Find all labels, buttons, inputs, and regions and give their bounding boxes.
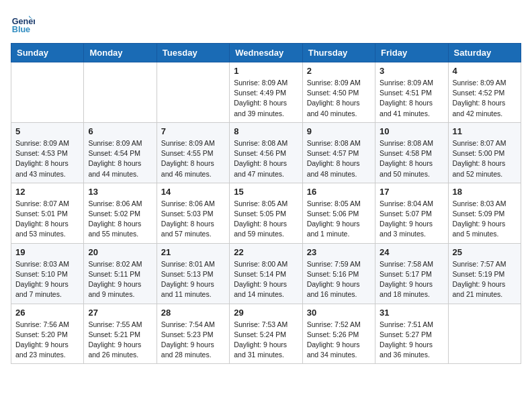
day-info: Sunrise: 7:56 AM Sunset: 5:20 PM Dayligh… [15,320,79,361]
day-number: 20 [88,247,152,257]
day-info: Sunrise: 8:08 AM Sunset: 4:57 PM Dayligh… [307,138,371,179]
calendar-cell: 25Sunrise: 7:57 AM Sunset: 5:19 PM Dayli… [448,243,521,304]
day-info: Sunrise: 8:04 AM Sunset: 5:07 PM Dayligh… [380,199,443,240]
calendar-week-row: 12Sunrise: 8:07 AM Sunset: 5:01 PM Dayli… [11,183,521,243]
day-info: Sunrise: 8:06 AM Sunset: 5:03 PM Dayligh… [161,199,225,240]
weekday-header-thursday: Thursday [302,44,375,62]
day-number: 13 [88,187,152,197]
day-info: Sunrise: 8:03 AM Sunset: 5:10 PM Dayligh… [15,259,79,300]
weekday-header-row: SundayMondayTuesdayWednesdayThursdayFrid… [11,44,521,62]
calendar-cell: 29Sunrise: 7:53 AM Sunset: 5:24 PM Dayli… [230,304,302,364]
day-number: 12 [15,187,79,197]
day-info: Sunrise: 8:09 AM Sunset: 4:49 PM Dayligh… [234,78,298,119]
page-header: General Blue [11,11,521,35]
day-number: 24 [380,247,443,257]
day-info: Sunrise: 8:09 AM Sunset: 4:52 PM Dayligh… [453,78,517,119]
calendar-cell [157,62,229,123]
weekday-header-friday: Friday [375,44,448,62]
weekday-header-wednesday: Wednesday [230,44,302,62]
day-info: Sunrise: 8:08 AM Sunset: 4:58 PM Dayligh… [380,138,443,179]
day-number: 15 [234,187,298,197]
logo: General Blue [11,11,35,35]
day-info: Sunrise: 8:05 AM Sunset: 5:06 PM Dayligh… [307,199,371,240]
day-info: Sunrise: 7:58 AM Sunset: 5:17 PM Dayligh… [380,259,443,300]
day-info: Sunrise: 7:59 AM Sunset: 5:16 PM Dayligh… [307,259,371,300]
day-number: 28 [161,308,225,318]
day-info: Sunrise: 8:09 AM Sunset: 4:51 PM Dayligh… [380,78,443,119]
day-info: Sunrise: 8:09 AM Sunset: 4:55 PM Dayligh… [161,138,225,179]
day-number: 30 [307,308,371,318]
day-info: Sunrise: 7:51 AM Sunset: 5:27 PM Dayligh… [380,320,443,361]
weekday-header-tuesday: Tuesday [157,44,229,62]
day-info: Sunrise: 8:02 AM Sunset: 5:11 PM Dayligh… [88,259,152,300]
calendar-cell: 10Sunrise: 8:08 AM Sunset: 4:58 PM Dayli… [375,122,448,183]
day-number: 26 [15,308,79,318]
calendar-cell: 19Sunrise: 8:03 AM Sunset: 5:10 PM Dayli… [11,243,84,304]
logo-icon: General Blue [11,11,35,35]
calendar-cell: 1Sunrise: 8:09 AM Sunset: 4:49 PM Daylig… [230,62,302,123]
day-info: Sunrise: 8:07 AM Sunset: 5:01 PM Dayligh… [15,199,79,240]
calendar-week-row: 1Sunrise: 8:09 AM Sunset: 4:49 PM Daylig… [11,62,521,123]
weekday-header-monday: Monday [84,44,157,62]
svg-text:Blue: Blue [12,25,30,34]
calendar-cell: 24Sunrise: 7:58 AM Sunset: 5:17 PM Dayli… [375,243,448,304]
calendar-cell: 14Sunrise: 8:06 AM Sunset: 5:03 PM Dayli… [157,183,229,243]
day-info: Sunrise: 7:57 AM Sunset: 5:19 PM Dayligh… [453,259,517,300]
day-number: 31 [380,308,443,318]
calendar-cell: 18Sunrise: 8:03 AM Sunset: 5:09 PM Dayli… [448,183,521,243]
day-number: 14 [161,187,225,197]
day-info: Sunrise: 8:08 AM Sunset: 4:56 PM Dayligh… [234,138,298,179]
calendar-cell: 11Sunrise: 8:07 AM Sunset: 5:00 PM Dayli… [448,122,521,183]
calendar-cell: 22Sunrise: 8:00 AM Sunset: 5:14 PM Dayli… [230,243,302,304]
calendar-cell: 3Sunrise: 8:09 AM Sunset: 4:51 PM Daylig… [375,62,448,123]
day-info: Sunrise: 8:01 AM Sunset: 5:13 PM Dayligh… [161,259,225,300]
calendar-cell: 13Sunrise: 8:06 AM Sunset: 5:02 PM Dayli… [84,183,157,243]
calendar-cell: 20Sunrise: 8:02 AM Sunset: 5:11 PM Dayli… [84,243,157,304]
calendar-week-row: 26Sunrise: 7:56 AM Sunset: 5:20 PM Dayli… [11,304,521,364]
day-number: 23 [307,247,371,257]
day-number: 9 [307,126,371,136]
day-number: 29 [234,308,298,318]
calendar-cell: 30Sunrise: 7:52 AM Sunset: 5:26 PM Dayli… [302,304,375,364]
day-number: 16 [307,187,371,197]
calendar-cell: 6Sunrise: 8:09 AM Sunset: 4:54 PM Daylig… [84,122,157,183]
day-number: 2 [307,66,371,76]
day-number: 7 [161,126,225,136]
calendar-cell: 4Sunrise: 8:09 AM Sunset: 4:52 PM Daylig… [448,62,521,123]
day-info: Sunrise: 7:53 AM Sunset: 5:24 PM Dayligh… [234,320,298,361]
day-number: 10 [380,126,443,136]
day-info: Sunrise: 8:07 AM Sunset: 5:00 PM Dayligh… [453,138,517,179]
day-number: 3 [380,66,443,76]
calendar-cell: 16Sunrise: 8:05 AM Sunset: 5:06 PM Dayli… [302,183,375,243]
calendar-cell: 31Sunrise: 7:51 AM Sunset: 5:27 PM Dayli… [375,304,448,364]
day-number: 6 [88,126,152,136]
day-info: Sunrise: 8:06 AM Sunset: 5:02 PM Dayligh… [88,199,152,240]
calendar-cell: 8Sunrise: 8:08 AM Sunset: 4:56 PM Daylig… [230,122,302,183]
day-info: Sunrise: 7:54 AM Sunset: 5:23 PM Dayligh… [161,320,225,361]
day-info: Sunrise: 8:03 AM Sunset: 5:09 PM Dayligh… [453,199,517,240]
calendar-cell: 5Sunrise: 8:09 AM Sunset: 4:53 PM Daylig… [11,122,84,183]
weekday-header-saturday: Saturday [448,44,521,62]
day-info: Sunrise: 8:09 AM Sunset: 4:50 PM Dayligh… [307,78,371,119]
calendar-cell: 9Sunrise: 8:08 AM Sunset: 4:57 PM Daylig… [302,122,375,183]
day-number: 21 [161,247,225,257]
calendar-cell: 26Sunrise: 7:56 AM Sunset: 5:20 PM Dayli… [11,304,84,364]
calendar-cell [84,62,157,123]
calendar-cell: 23Sunrise: 7:59 AM Sunset: 5:16 PM Dayli… [302,243,375,304]
calendar-cell: 21Sunrise: 8:01 AM Sunset: 5:13 PM Dayli… [157,243,229,304]
calendar-cell: 7Sunrise: 8:09 AM Sunset: 4:55 PM Daylig… [157,122,229,183]
day-number: 4 [453,66,517,76]
calendar-week-row: 19Sunrise: 8:03 AM Sunset: 5:10 PM Dayli… [11,243,521,304]
calendar-cell: 12Sunrise: 8:07 AM Sunset: 5:01 PM Dayli… [11,183,84,243]
calendar-table: SundayMondayTuesdayWednesdayThursdayFrid… [11,43,521,364]
day-number: 5 [15,126,79,136]
day-number: 8 [234,126,298,136]
calendar-week-row: 5Sunrise: 8:09 AM Sunset: 4:53 PM Daylig… [11,122,521,183]
calendar-cell: 27Sunrise: 7:55 AM Sunset: 5:21 PM Dayli… [84,304,157,364]
day-number: 19 [15,247,79,257]
day-number: 18 [453,187,517,197]
day-number: 17 [380,187,443,197]
calendar-cell: 17Sunrise: 8:04 AM Sunset: 5:07 PM Dayli… [375,183,448,243]
day-number: 22 [234,247,298,257]
calendar-cell: 15Sunrise: 8:05 AM Sunset: 5:05 PM Dayli… [230,183,302,243]
